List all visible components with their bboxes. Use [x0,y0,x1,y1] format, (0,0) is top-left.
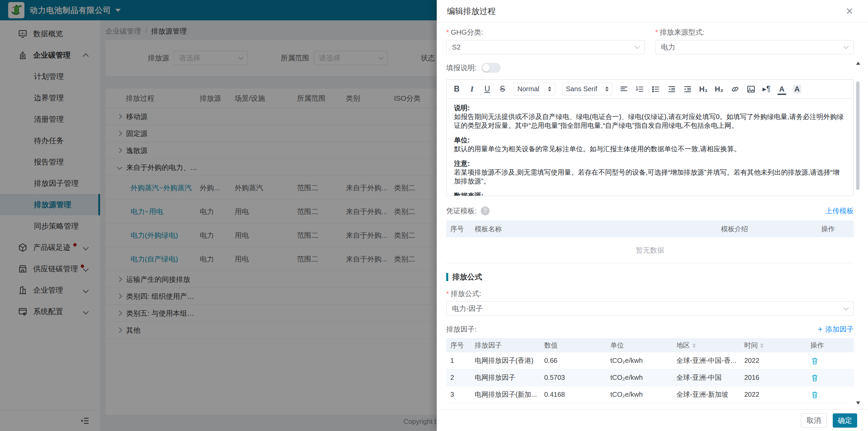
scrollbar-thumb[interactable] [856,81,860,190]
sort-icon[interactable] [692,343,696,348]
drawer-header: 编辑排放过程 × [437,0,868,22]
bullet-list-icon[interactable] [651,85,660,94]
scroll-down-icon[interactable] [856,401,860,405]
voucher-table-header: 序号 模板名称 模板介绍 操作 [446,220,854,237]
trash-icon [810,356,819,365]
updown-caret-icon [605,86,609,92]
delete-factor-button[interactable] [810,373,854,382]
factor-row: 1 电网排放因子(香港) 0.66 tCO₂e/kwh 全球-亚洲-中国-香..… [446,352,854,369]
scroll-up-icon[interactable] [856,62,860,65]
chevron-down-icon [634,43,640,49]
voucher-template-label: 凭证模板: [446,206,477,216]
cancel-button[interactable]: 取消 [801,413,827,428]
font-family-select[interactable]: Sans Serif [562,83,612,96]
editor-content[interactable]: 说明: 如报告期间无法提供或不涉及自产绿电、绿电(电证合一)、绿电(仅绿证),请… [447,99,853,196]
chevron-down-icon [844,43,849,49]
rich-text-editor: B I U S Normal Sans Serif H₁ H₂ ▸¶ [446,79,854,196]
bold-icon[interactable]: B [453,84,461,94]
text-direction-icon[interactable]: ▸¶ [763,84,771,94]
plus-icon: + [818,325,823,334]
link-icon[interactable] [731,85,739,94]
sort-icon[interactable] [760,343,764,348]
factor-row: 2 电网排放因子 0.5703 tCO₂e/kwh 全球-亚洲-中国 2016 [446,369,854,386]
add-factor-button[interactable]: +添加因子 [818,325,854,334]
ghg-category-select[interactable]: S2 [446,40,645,54]
paragraph-format-select[interactable]: Normal [514,83,555,96]
updown-caret-icon [548,86,551,92]
note-toggle-switch[interactable] [481,63,500,73]
ordered-list-icon[interactable] [635,85,644,94]
formula-select[interactable]: 电力-因子 [446,301,854,316]
editor-toolbar: B I U S Normal Sans Serif H₁ H₂ ▸¶ [447,80,853,99]
help-icon[interactable]: ? [481,207,490,215]
chevron-down-icon [844,305,849,310]
delete-factor-button[interactable] [810,356,854,365]
drawer-body: *GHG分类: S2 *排放来源型式: 电力 填报说明: [437,23,868,409]
section-accent-bar [446,273,448,281]
heading2-icon[interactable]: H₂ [715,85,724,94]
strikethrough-icon[interactable]: S [498,84,507,94]
edit-emission-process-drawer: 编辑排放过程 × *GHG分类: S2 *排放来源型式: 电力 [437,0,868,431]
factor-row: 3 电网排放因子(新加... 0.4168 tCO₂e/kwh 全球-亚洲-新加… [446,386,854,403]
formula-section-title: 排放公式 [446,272,854,282]
close-icon[interactable]: × [846,5,853,17]
ghg-category-label: *GHG分类: [446,27,645,37]
source-type-label: *排放来源型式: [655,27,854,37]
text-color-icon[interactable]: A [778,85,786,94]
factor-table-header: 序号 排放因子 数值 单位 地区 时间 操作 [446,338,854,352]
emission-factor-label: 排放因子: [446,325,477,334]
note-toggle-label: 填报说明: [446,63,477,73]
confirm-button[interactable]: 确定 [833,413,857,428]
drawer-footer: 取消 确定 [437,409,868,431]
align-icon[interactable] [619,85,628,94]
highlight-color-icon[interactable]: A [793,85,801,94]
trash-icon [810,390,819,399]
underline-icon[interactable]: U [483,84,491,94]
image-icon[interactable] [747,85,755,94]
trash-icon [810,373,819,382]
outdent-icon[interactable] [667,85,676,94]
drawer-scrollbar[interactable] [856,62,860,405]
italic-icon[interactable]: I [468,85,476,94]
heading1-icon[interactable]: H₁ [699,85,708,94]
indent-icon[interactable] [683,85,692,94]
delete-factor-button[interactable] [810,390,854,399]
upload-template-link[interactable]: 上传模板 [825,206,854,216]
voucher-empty-state: 暂无数据 [446,237,854,263]
app-window: 动力电池制品有限公司 数据概览 企业碳管理 计划管理 边界管理 清册管理 [0,0,868,431]
formula-label: *排放公式: [446,289,854,298]
source-type-select[interactable]: 电力 [655,40,854,54]
drawer-title: 编辑排放过程 [447,6,496,17]
